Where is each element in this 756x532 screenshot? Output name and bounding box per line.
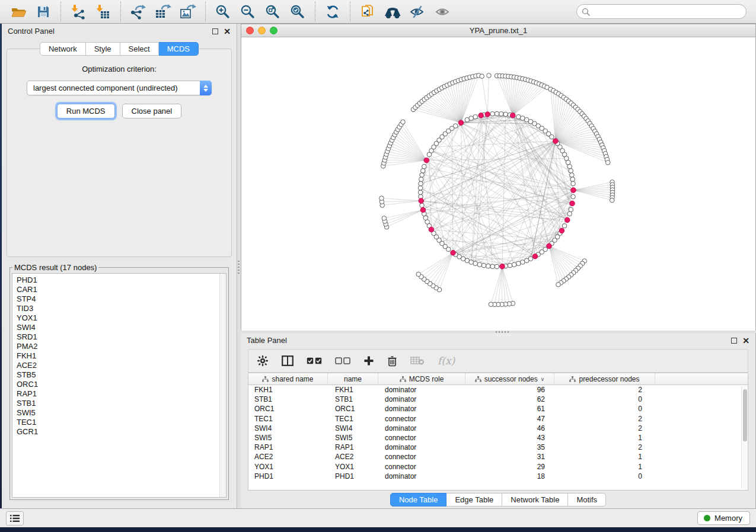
show-columns-button[interactable] <box>282 352 294 370</box>
network-node[interactable] <box>495 111 499 116</box>
cell-shared[interactable]: SWI4 <box>248 424 328 432</box>
network-node[interactable] <box>489 302 493 307</box>
table-row[interactable]: RAP1RAP1dominator352 <box>248 443 748 452</box>
cell-name[interactable]: RAP1 <box>328 443 378 451</box>
table-row[interactable]: ORC1ORC1dominator610 <box>248 404 748 414</box>
network-node[interactable] <box>420 203 425 208</box>
search-box[interactable] <box>576 4 747 19</box>
maximize-window-icon[interactable] <box>270 27 277 34</box>
optimization-criterion-select[interactable]: largest connected component (undirected) <box>27 81 212 95</box>
network-hub-node[interactable] <box>511 113 516 118</box>
cell-pred[interactable]: 0 <box>554 395 655 403</box>
cell-shared[interactable]: STB1 <box>248 395 328 403</box>
mcds-result-item[interactable]: CAR1 <box>17 285 219 294</box>
cell-role[interactable]: connector <box>378 415 465 423</box>
network-node[interactable] <box>480 74 484 79</box>
mcds-result-item[interactable]: STB1 <box>17 399 219 408</box>
mcds-result-item[interactable]: GCR1 <box>17 427 219 437</box>
float-panel-icon[interactable] <box>731 338 737 344</box>
tab-network-table[interactable]: Network Table <box>502 493 568 507</box>
search-input[interactable] <box>593 8 741 16</box>
network-node[interactable] <box>516 261 521 266</box>
network-node[interactable] <box>516 114 521 119</box>
network-node[interactable] <box>419 181 423 186</box>
deselect-all-rows-button[interactable] <box>335 352 350 370</box>
network-node[interactable] <box>420 168 425 173</box>
add-column-button[interactable] <box>363 352 374 370</box>
network-node[interactable] <box>605 161 610 165</box>
cell-name[interactable]: FKH1 <box>328 386 378 394</box>
mcds-result-item[interactable]: SRD1 <box>17 332 219 342</box>
mcds-result-scrollbar[interactable] <box>219 274 226 497</box>
clone-network-button[interactable] <box>358 2 378 21</box>
network-node[interactable] <box>495 264 499 269</box>
mcds-result-item[interactable]: PHD1 <box>17 275 219 285</box>
table-row[interactable]: YOX1YOX1connector291 <box>248 462 748 472</box>
network-hub-node[interactable] <box>532 254 538 259</box>
network-hub-node[interactable] <box>547 243 552 249</box>
tab-edge-table[interactable]: Edge Table <box>446 493 502 507</box>
network-node[interactable] <box>550 134 554 139</box>
cell-pred[interactable]: 0 <box>554 472 655 480</box>
network-node[interactable] <box>567 164 572 169</box>
column-header-successor-nodes[interactable]: successor nodes ∨ <box>465 373 554 384</box>
network-node[interactable] <box>473 114 478 119</box>
delete-table-button[interactable] <box>410 352 425 370</box>
network-node[interactable] <box>570 177 575 182</box>
network-hub-node[interactable] <box>571 188 576 193</box>
mcds-result-item[interactable]: ORC1 <box>17 380 219 389</box>
cell-role[interactable]: dominator <box>378 405 465 413</box>
network-node[interactable] <box>566 160 570 165</box>
cell-role[interactable]: connector <box>378 463 465 471</box>
cell-shared[interactable]: YOX1 <box>248 463 328 471</box>
select-all-rows-button[interactable] <box>307 352 322 370</box>
scrollbar-thumb[interactable] <box>743 389 747 441</box>
network-node[interactable] <box>481 263 486 268</box>
network-node[interactable] <box>422 164 427 169</box>
mcds-result-item[interactable]: FKH1 <box>17 351 219 361</box>
close-panel-icon[interactable]: ✕ <box>224 27 231 36</box>
close-window-icon[interactable] <box>246 27 254 34</box>
table-row[interactable]: PHD1PHD1dominator180 <box>248 472 748 481</box>
network-node[interactable] <box>486 264 490 268</box>
tab-mcds[interactable]: MCDS <box>159 42 199 56</box>
network-hub-node[interactable] <box>429 227 434 232</box>
cell-shared[interactable]: ACE2 <box>248 453 328 461</box>
network-hub-node[interactable] <box>500 264 505 269</box>
cell-name[interactable]: SWI4 <box>328 424 378 432</box>
open-session-button[interactable] <box>8 2 28 21</box>
cell-pred[interactable]: 1 <box>554 434 655 442</box>
cell-role[interactable]: dominator <box>378 443 465 451</box>
cell-shared[interactable]: TEC1 <box>248 415 328 423</box>
cell-shared[interactable]: RAP1 <box>248 443 328 451</box>
cell-succ[interactable]: 31 <box>465 453 554 461</box>
zoom-in-button[interactable] <box>213 2 233 21</box>
show-all-button[interactable] <box>432 2 452 21</box>
cell-shared[interactable]: SWI5 <box>248 434 328 442</box>
first-neighbors-button[interactable] <box>382 2 403 21</box>
memory-button[interactable]: Memory <box>697 511 750 525</box>
network-hub-node[interactable] <box>458 120 464 126</box>
network-node[interactable] <box>571 181 576 186</box>
cell-succ[interactable]: 47 <box>465 415 554 423</box>
network-node[interactable] <box>567 211 572 216</box>
cell-succ[interactable]: 35 <box>465 443 554 451</box>
tab-node-table[interactable]: Node Table <box>390 493 447 507</box>
network-node[interactable] <box>610 198 614 203</box>
network-node[interactable] <box>416 272 421 277</box>
export-network-button[interactable] <box>128 2 148 21</box>
network-hub-node[interactable] <box>424 158 429 163</box>
column-header-predecessor-nodes[interactable]: predecessor nodes <box>554 373 655 384</box>
network-canvas[interactable] <box>241 37 755 331</box>
mcds-result-item[interactable]: SWI4 <box>17 323 219 332</box>
network-hub-node[interactable] <box>451 250 456 255</box>
import-network-button[interactable] <box>68 2 88 21</box>
cell-pred[interactable]: 1 <box>554 463 655 471</box>
network-node[interactable] <box>419 177 424 182</box>
cell-role[interactable]: dominator <box>378 395 465 403</box>
mcds-result-item[interactable]: TID3 <box>17 304 219 313</box>
mcds-result-item[interactable]: PMA2 <box>17 342 219 351</box>
network-node[interactable] <box>503 112 508 117</box>
table-scrollbar[interactable] <box>741 386 747 489</box>
network-hub-node[interactable] <box>564 217 570 223</box>
